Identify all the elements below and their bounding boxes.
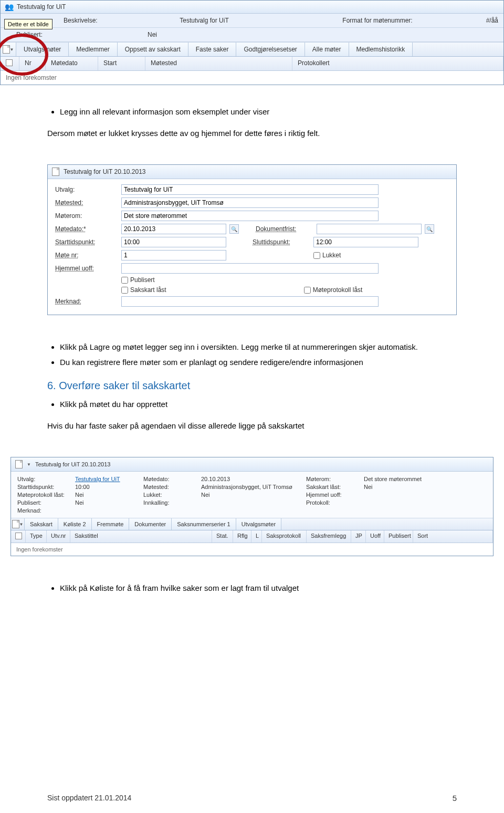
v-start: 10:00 [75,484,143,490]
v-mplast: Nei [75,492,143,498]
search-icon[interactable]: 🔍 [229,224,239,234]
lbl-utvalg: Utvalg: [55,186,118,193]
tab-oppsett-sakskart[interactable]: Oppsett av sakskart [118,43,188,56]
field-motested[interactable] [121,197,379,208]
col-checkbox[interactable] [1,57,19,70]
v-moterom: Det store møterommet [364,476,487,482]
v-motedato: 20.10.2013 [201,476,306,482]
toolbar-new-button[interactable]: ▼ [1,43,16,56]
people-icon: 👥 [5,3,14,11]
checkbox-sakskartlast[interactable]: Sakskart låst [121,286,166,294]
checkbox-moteprotokolllast[interactable]: Møteprotokoll låst [304,286,363,294]
col-motedato[interactable]: Møtedato [46,57,98,70]
k-hjemmel: Hjemmel uoff: [306,492,364,498]
col-uoff[interactable]: Uoff [366,530,384,543]
format-value: #/åå [486,17,498,24]
column-header-row: Nr Møtedato Start Møtested Protokollert [1,57,503,71]
document-icon [12,520,19,528]
tab-medlemmer[interactable]: Medlemmer [69,43,117,56]
col-motested[interactable]: Møtested [145,57,292,70]
k-mplast: Møteprotokoll låst: [17,492,75,498]
k-moterom: Møterom: [306,476,364,482]
document-icon [15,460,23,468]
field-utvalg[interactable] [121,184,379,195]
v-merknad [75,507,143,514]
v-hjemmel [364,492,487,498]
field-motenr[interactable] [121,250,226,260]
col-l[interactable]: L [251,530,262,543]
tab-fremmote[interactable]: Fremmøte [92,518,130,530]
col-sakstittel[interactable]: Sakstittel [70,530,212,543]
lbl-moterom: Møterom: [55,212,118,220]
k-lukket: Lukket: [143,492,201,498]
lbl-motested: Møtested: [55,199,118,206]
col-rflg[interactable]: Rflg [233,530,251,543]
col-nr[interactable]: Nr [19,57,46,70]
tab-alle-moter[interactable]: Alle møter [305,43,349,56]
checkbox-publisert[interactable]: Publisert [121,276,155,284]
col-start[interactable]: Start [98,57,145,70]
field-dokumentfrist[interactable] [317,224,422,234]
v-lukket: Nei [201,492,306,498]
lbl-motedato: Møtedato:* [55,225,118,233]
tab-saksnummerserier[interactable]: Saksnummerserier 1 [172,518,236,530]
col-sort[interactable]: Sort [413,530,493,543]
field-starttidspunkt[interactable] [121,237,226,247]
info-row-2: Publisert: Nei [1,28,503,42]
beskrivelse-label: Beskrivelse: [64,17,98,24]
para-faste-saker: Hvis du har faste saker på agendaen vil … [47,420,457,432]
col-saksfremlegg[interactable]: Saksfremlegg [307,530,351,543]
format-label: Format for møtenummer: [342,17,412,24]
bullet-klikk-lagre: Klikk på Lagre og møtet legger seg inn i… [60,341,457,353]
field-sluttidspunkt[interactable] [313,237,418,247]
col-type[interactable]: Type [26,530,47,543]
field-merknad[interactable] [121,296,379,307]
detail-column-header: Type Utv.nr Sakstittel Stat. Rflg L Saks… [11,530,493,543]
bullet-klikk-koliste: Klikk på Køliste for å få fram hvilke sa… [60,582,457,595]
window-titlebar: 👥 Testutvalg for UiT [1,1,503,14]
tab-medlemshistorikk[interactable]: Medlemshistorikk [349,43,413,56]
col-publisert[interactable]: Publisert [384,530,413,543]
search-icon[interactable]: 🔍 [425,224,434,234]
col-checkbox[interactable] [11,530,26,543]
page-footer: Sist oppdatert 21.01.2014 5 [47,794,457,802]
col-jp[interactable]: JP [351,530,366,543]
v-protokoll [364,499,487,506]
tab-sakskart[interactable]: Sakskart [25,518,58,530]
checkbox-lukket[interactable]: Lukket [313,252,341,259]
field-moterom[interactable] [121,211,379,221]
lbl-hjemmel: Hjemmel uoff: [55,265,118,272]
toolbar-new-button[interactable]: ▼ [11,518,25,530]
v-publisert: Nei [75,499,143,506]
v-sakskartlast: Nei [364,484,487,490]
col-protokollert[interactable]: Protokollert [292,57,503,70]
window-title: Testutvalg for UiT [17,3,66,11]
form-window-mote: Testutvalg for UiT 20.10.2013 Utvalg: Mø… [47,164,457,315]
tooltip-badge: Dette er et bilde [4,19,52,29]
field-motedato[interactable] [121,224,226,234]
beskrivelse-value: Testutvalg for UiT [180,17,260,24]
page-number: 5 [453,794,457,802]
tab-faste-saker[interactable]: Faste saker [188,43,237,56]
col-stat[interactable]: Stat. [212,530,233,543]
lbl-dokumentfrist: Dokumentfrist: [256,225,313,233]
info-row-1: Beskrivelse: Testutvalg for UiT Format f… [1,14,503,28]
k-start: Starttidspunkt: [17,484,75,490]
footer-updated: Sist oppdatert 21.01.2014 [47,794,131,802]
k-motedato: Møtedato: [143,476,201,482]
tab-godtgjorelse[interactable]: Godtgjørelsesetser [236,43,304,56]
col-saksprotokoll[interactable]: Saksprotokoll [262,530,307,543]
app-window-utvalg: 👥 Testutvalg for UiT Beskrivelse: Testut… [0,0,504,85]
tab-utvalgsmoter[interactable]: Utvalgsmøter [16,43,69,56]
tab-utvalgsmoter-d[interactable]: Utvalgsmøter [236,518,281,530]
v-utvalg[interactable]: Testutvalg for UiT [75,476,143,482]
tab-dokumenter[interactable]: Dokumenter [129,518,172,530]
field-hjemmel[interactable] [121,263,379,274]
tab-koliste[interactable]: Køliste 2 [58,518,92,530]
col-utvnr[interactable]: Utv.nr [47,530,70,543]
detail-info-grid: Utvalg: Testutvalg for UiT Møtedato: 20.… [11,472,493,518]
detail-window-mote: ▼ Testutvalg for UiT 20.10.2013 Utvalg: … [10,457,494,556]
detail-tabbar: ▼ Sakskart Køliste 2 Fremmøte Dokumenter… [11,518,493,530]
k-protokoll: Protokoll: [306,499,364,506]
k-innkalling: Innkalling: [143,499,201,506]
